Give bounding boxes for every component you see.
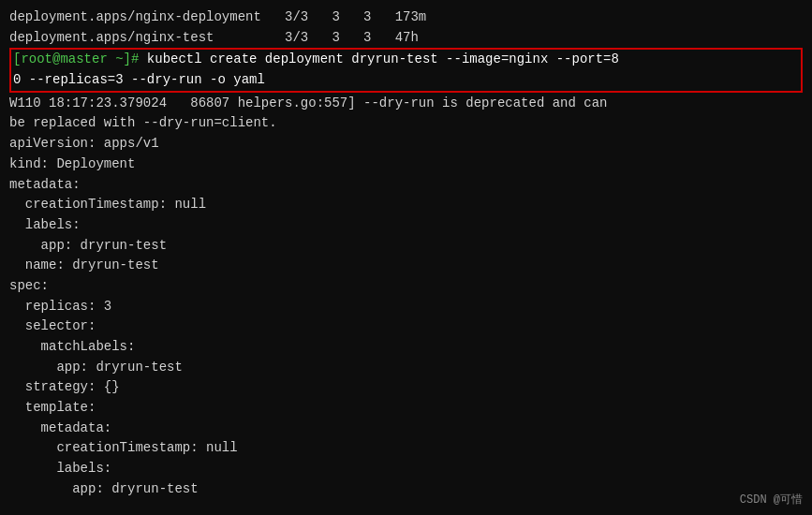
yaml-selector: selector: [9,316,803,337]
watermark: CSDN @可惜 [740,492,803,508]
yaml-template-app-label: app: dryrun-test [9,479,803,500]
command-line-2: 0 --replicas=3 --dry-run -o yaml [13,70,799,91]
yaml-spec: spec: [9,276,803,297]
yaml-template-creation-ts: creationTimestamp: null [9,438,803,459]
yaml-name: name: dryrun-test [9,256,803,276]
warning-line-1: W110 18:17:23.379024 86807 helpers.go:55… [9,94,803,114]
yaml-kind: kind: Deployment [9,154,803,175]
yaml-creation-ts: creationTimestamp: null [9,195,803,215]
yaml-metadata: metadata: [9,175,803,196]
yaml-template: template: [9,398,803,419]
line-nginx-test: deployment.apps/nginx-test 3/3 3 3 47h [9,28,803,49]
yaml-apiversion: apiVersion: apps/v1 [9,134,803,154]
prompt: [root@master ~]# [13,52,147,66]
yaml-template-metadata: metadata: [9,419,803,439]
command-line: [root@master ~]# kubectl create deployme… [13,50,799,70]
yaml-strategy: strategy: {} [9,377,803,398]
yaml-matchlabels-app: app: dryrun-test [9,358,803,378]
warning-line-2: be replaced with --dry-run=client. [9,113,803,134]
yaml-matchlabels: matchLabels: [9,337,803,358]
cmd-text: kubectl create deployment dryrun-test --… [147,52,619,66]
yaml-app-label: app: dryrun-test [9,236,803,257]
line-nginx-deployment: deployment.apps/nginx-deployment 3/3 3 3… [9,7,803,28]
yaml-replicas: replicas: 3 [9,297,803,317]
command-block: [root@master ~]# kubectl create deployme… [9,48,803,92]
cmd-continuation: 0 --replicas=3 --dry-run -o yaml [13,72,265,87]
terminal: deployment.apps/nginx-deployment 3/3 3 3… [0,0,812,515]
yaml-labels: labels: [9,215,803,236]
yaml-template-labels: labels: [9,459,803,479]
